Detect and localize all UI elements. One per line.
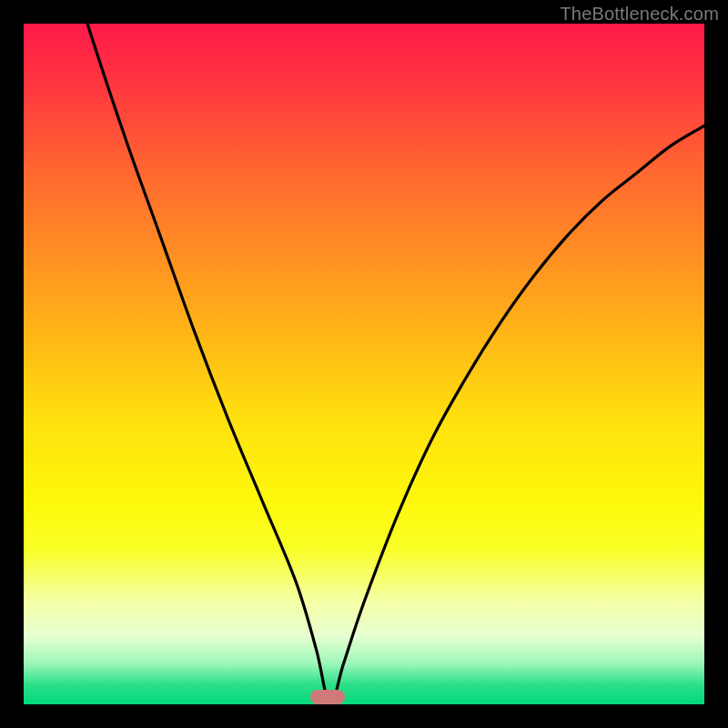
plot-area bbox=[24, 24, 704, 704]
watermark-text: TheBottleneck.com bbox=[560, 4, 719, 25]
optimum-marker bbox=[310, 690, 345, 704]
bottleneck-curve bbox=[24, 24, 704, 704]
chart-frame: TheBottleneck.com bbox=[0, 0, 728, 728]
